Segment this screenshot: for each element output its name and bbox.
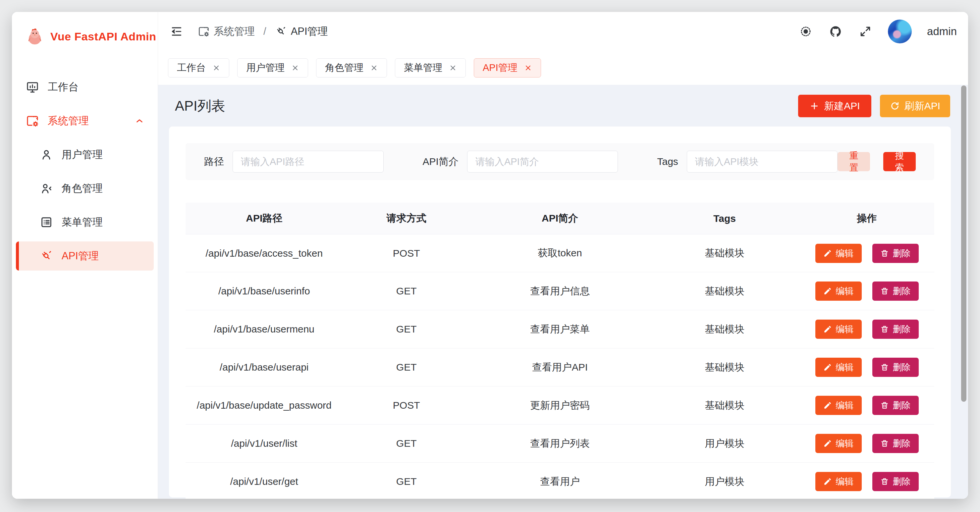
sidebar-item-menus[interactable]: 菜单管理 bbox=[16, 208, 154, 237]
tab-label: 角色管理 bbox=[325, 61, 363, 75]
api-table: API路径 请求方式 API简介 Tags 操作 /api/v1/base/ac… bbox=[186, 203, 934, 499]
sidebar-item-label: 菜单管理 bbox=[62, 215, 103, 229]
avatar[interactable] bbox=[888, 19, 912, 43]
trash-icon bbox=[880, 249, 889, 258]
trash-icon bbox=[880, 325, 889, 334]
cell-method: POST bbox=[343, 400, 470, 411]
cell-summary: 查看用户列表 bbox=[470, 437, 650, 450]
search-button[interactable]: 搜索 bbox=[883, 152, 916, 171]
cell-api-path: /api/v1/user/list bbox=[186, 438, 343, 449]
trash-icon bbox=[880, 287, 889, 296]
plus-icon bbox=[810, 101, 819, 111]
close-icon[interactable] bbox=[212, 64, 220, 72]
reset-button[interactable]: 重置 bbox=[838, 152, 870, 171]
theme-sun-icon[interactable] bbox=[799, 24, 813, 39]
delete-button[interactable]: 删除 bbox=[872, 281, 919, 301]
collapse-sidebar-icon[interactable] bbox=[169, 24, 184, 39]
close-icon[interactable] bbox=[524, 64, 532, 72]
delete-button[interactable]: 删除 bbox=[872, 396, 919, 415]
table-row: /api/v1/base/userinfo GET 查看用户信息 基础模块 编辑… bbox=[186, 272, 934, 310]
breadcrumb-separator: / bbox=[263, 25, 266, 37]
path-filter-input[interactable] bbox=[232, 151, 383, 173]
cell-api-path: /api/v1/base/access_token bbox=[186, 248, 343, 259]
pencil-icon bbox=[823, 287, 832, 296]
trash-icon bbox=[880, 439, 889, 448]
close-icon[interactable] bbox=[370, 64, 378, 72]
trash-icon bbox=[880, 401, 889, 410]
monitor-icon bbox=[26, 81, 39, 94]
cell-summary: 查看用户 bbox=[470, 475, 650, 488]
delete-button[interactable]: 删除 bbox=[872, 358, 919, 377]
trash-icon bbox=[880, 363, 889, 372]
cell-tags: 用户模块 bbox=[650, 437, 799, 450]
github-icon[interactable] bbox=[828, 24, 843, 39]
sidebar-item-users[interactable]: 用户管理 bbox=[16, 140, 154, 169]
delete-button[interactable]: 删除 bbox=[872, 472, 919, 491]
sidebar-item-roles[interactable]: 角色管理 bbox=[16, 174, 154, 203]
cell-actions: 编辑 删除 bbox=[799, 434, 934, 453]
topbar-right: admin bbox=[799, 19, 957, 43]
delete-button[interactable]: 删除 bbox=[872, 320, 919, 339]
sidebar: Vue FastAPI Admin 工作台 系统管 bbox=[12, 12, 158, 499]
edit-button[interactable]: 编辑 bbox=[815, 472, 862, 491]
tags-filter-label: Tags bbox=[657, 156, 678, 167]
col-header-actions: 操作 bbox=[799, 211, 934, 225]
window-gear-icon bbox=[26, 114, 39, 127]
refresh-api-button[interactable]: 刷新API bbox=[880, 95, 950, 117]
edit-button[interactable]: 编辑 bbox=[815, 396, 862, 415]
tab-workbench[interactable]: 工作台 bbox=[168, 58, 229, 78]
cell-api-path: /api/v1/base/userinfo bbox=[186, 285, 343, 297]
col-header-path: API路径 bbox=[186, 211, 343, 225]
tab-label: 菜单管理 bbox=[404, 61, 442, 75]
user-role-icon bbox=[40, 182, 53, 195]
tab-api[interactable]: API管理 bbox=[474, 58, 541, 78]
sidebar-item-system[interactable]: 系统管理 bbox=[16, 106, 154, 135]
pencil-icon bbox=[823, 477, 832, 486]
pencil-icon bbox=[823, 439, 832, 448]
col-header-method: 请求方式 bbox=[343, 211, 470, 225]
breadcrumb-system[interactable]: 系统管理 bbox=[198, 24, 255, 38]
breadcrumb-parent-label: 系统管理 bbox=[214, 24, 255, 38]
breadcrumb-api[interactable]: API管理 bbox=[275, 24, 328, 38]
summary-filter-input[interactable] bbox=[467, 151, 618, 173]
close-icon[interactable] bbox=[291, 64, 299, 72]
cell-method: GET bbox=[343, 362, 470, 373]
col-header-tags: Tags bbox=[650, 213, 799, 224]
tab-label: API管理 bbox=[483, 61, 517, 75]
sidebar-item-label: 工作台 bbox=[48, 80, 78, 94]
edit-button[interactable]: 编辑 bbox=[815, 320, 862, 339]
cell-tags: 基础模块 bbox=[650, 246, 799, 260]
sidebar-item-label: 角色管理 bbox=[62, 181, 103, 196]
delete-button[interactable]: 删除 bbox=[872, 244, 919, 263]
tab-roles[interactable]: 角色管理 bbox=[316, 58, 387, 78]
sidebar-item-label: API管理 bbox=[62, 249, 99, 263]
create-api-button[interactable]: 新建API bbox=[798, 95, 871, 117]
vertical-scrollbar[interactable] bbox=[961, 86, 966, 402]
sidebar-item-label: 用户管理 bbox=[62, 148, 103, 162]
username[interactable]: admin bbox=[927, 25, 957, 38]
breadcrumb: 系统管理 / API管理 bbox=[198, 24, 328, 38]
close-icon[interactable] bbox=[449, 64, 457, 72]
tab-users[interactable]: 用户管理 bbox=[237, 58, 308, 78]
chevron-up-icon bbox=[135, 116, 145, 126]
sidebar-item-api[interactable]: API管理 bbox=[16, 242, 154, 270]
tags-filter-input[interactable] bbox=[687, 151, 838, 173]
refresh-icon bbox=[890, 101, 900, 111]
cell-api-path: /api/v1/base/usermenu bbox=[186, 324, 343, 335]
edit-button[interactable]: 编辑 bbox=[815, 358, 862, 377]
edit-button[interactable]: 编辑 bbox=[815, 244, 862, 263]
cell-summary: 获取token bbox=[470, 246, 650, 260]
path-filter-label: 路径 bbox=[204, 155, 224, 169]
tab-menus[interactable]: 菜单管理 bbox=[395, 58, 466, 78]
fullscreen-icon[interactable] bbox=[858, 24, 873, 39]
edit-button[interactable]: 编辑 bbox=[815, 434, 862, 453]
table-row: /api/v1/base/usermenu GET 查看用户菜单 基础模块 编辑… bbox=[186, 310, 934, 348]
cell-actions: 编辑 删除 bbox=[799, 281, 934, 301]
main-area: 系统管理 / API管理 bbox=[158, 12, 968, 499]
edit-button[interactable]: 编辑 bbox=[815, 281, 862, 301]
cell-actions: 编辑 删除 bbox=[799, 396, 934, 415]
brand[interactable]: Vue FastAPI Admin bbox=[12, 26, 158, 47]
sidebar-item-workbench[interactable]: 工作台 bbox=[16, 73, 154, 102]
delete-button[interactable]: 删除 bbox=[872, 434, 919, 453]
pencil-icon bbox=[823, 249, 832, 258]
